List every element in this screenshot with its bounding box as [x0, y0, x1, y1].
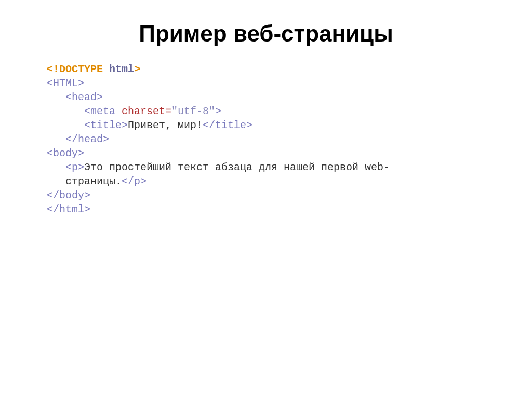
html-open-tag: <HTML>: [47, 77, 84, 89]
head-close-tag: </head>: [65, 133, 109, 145]
meta-attr-name: charset=: [122, 105, 171, 117]
meta-close: >: [215, 105, 221, 117]
slide-container: Пример веб-страницы <!DOCTYPE html> <HTM…: [0, 0, 532, 237]
code-example: <!DOCTYPE html> <HTML> <head> <meta char…: [47, 62, 485, 216]
body-close-tag: </body>: [47, 189, 90, 201]
doctype-declaration: <!DOCTYPE: [47, 63, 103, 75]
meta-space: [115, 105, 122, 117]
paragraph-text-line2: страницы.: [65, 175, 122, 187]
title-close-tag: </title>: [203, 119, 252, 131]
html-close-tag: </html>: [47, 203, 90, 215]
meta-open: <meta: [84, 105, 115, 117]
paragraph-text-line1: Это простейший текст абзаца для нашей пе…: [84, 161, 390, 173]
slide-title: Пример веб-страницы: [47, 21, 485, 47]
title-open-tag: <title>: [84, 119, 128, 131]
meta-attr-value: "utf-8": [171, 105, 215, 117]
title-text: Привет, мир!: [128, 119, 203, 131]
doctype-close: >: [134, 63, 140, 75]
p-close-tag: </p>: [122, 175, 147, 187]
body-open-tag: <body>: [47, 147, 84, 159]
doctype-html: html: [103, 63, 134, 75]
p-open-tag: <p>: [65, 161, 84, 173]
head-open-tag: <head>: [65, 91, 103, 103]
